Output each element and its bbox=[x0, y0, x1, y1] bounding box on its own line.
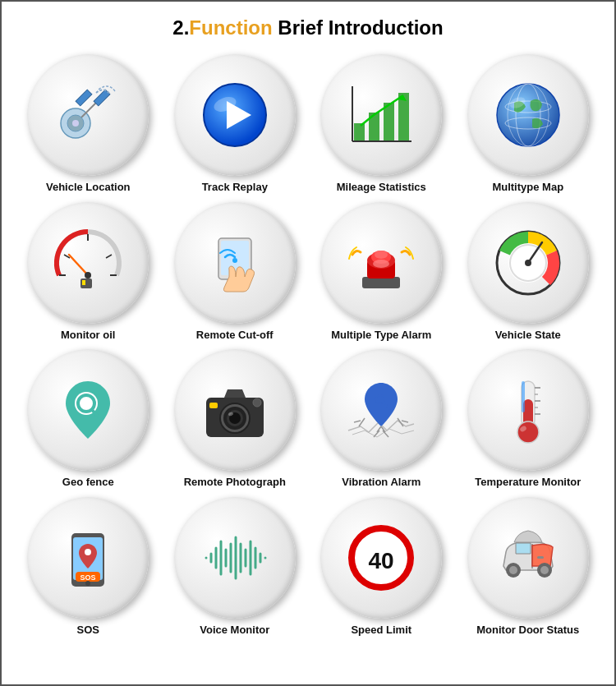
hand-tablet-icon bbox=[198, 226, 272, 300]
title-prefix: 2. bbox=[172, 16, 189, 39]
gauge-icon bbox=[491, 226, 565, 300]
title-highlight: Function bbox=[189, 16, 272, 39]
soundwave-icon bbox=[198, 521, 272, 595]
label-vehicle-location: Vehicle Location bbox=[46, 181, 131, 194]
svg-rect-32 bbox=[82, 280, 85, 285]
circle-temperature-monitor bbox=[467, 349, 589, 471]
barchart-icon bbox=[344, 78, 418, 152]
label-temperature-monitor: Temperature Monitor bbox=[475, 476, 581, 489]
label-mileage-statistics: Mileage Statistics bbox=[337, 181, 426, 194]
circle-voice-monitor bbox=[174, 497, 296, 619]
feature-geo-fence: Geo fence bbox=[16, 349, 160, 489]
feature-monitor-oil: Monitor oil bbox=[16, 202, 160, 342]
title-suffix: Brief Introduction bbox=[273, 16, 444, 39]
label-geo-fence: Geo fence bbox=[62, 476, 114, 489]
circle-remote-photograph bbox=[174, 349, 296, 471]
geofence-icon bbox=[51, 373, 125, 447]
globe-icon bbox=[491, 78, 565, 152]
svg-point-35 bbox=[232, 258, 237, 263]
feature-track-replay: Track Replay bbox=[163, 54, 307, 194]
svg-rect-96 bbox=[537, 556, 544, 559]
label-track-replay: Track Replay bbox=[202, 181, 268, 194]
camera-icon bbox=[198, 373, 272, 447]
label-monitor-door: Monitor Door Status bbox=[476, 624, 579, 637]
label-sos: SOS bbox=[77, 624, 99, 637]
features-grid: Vehicle Location bbox=[11, 54, 605, 636]
circle-speed-limit: 40 bbox=[320, 497, 442, 619]
page-title: 2.Function Brief Introduction bbox=[11, 16, 605, 39]
feature-remote-photograph: Remote Photograph bbox=[163, 349, 307, 489]
svg-point-73 bbox=[85, 549, 91, 555]
circle-track-replay bbox=[174, 54, 296, 176]
feature-temperature-monitor: Temperature Monitor bbox=[457, 349, 600, 489]
circle-multiple-type-alarm bbox=[320, 202, 442, 324]
svg-text:SOS: SOS bbox=[80, 573, 96, 582]
circle-vibration-alarm bbox=[320, 349, 442, 471]
circle-vehicle-location bbox=[27, 54, 149, 176]
label-vibration-alarm: Vibration Alarm bbox=[342, 476, 421, 489]
feature-sos: SOS SOS bbox=[16, 497, 160, 637]
speedometer-icon bbox=[51, 226, 125, 300]
feature-mileage-statistics: Mileage Statistics bbox=[310, 54, 453, 194]
satellite-icon bbox=[51, 78, 125, 152]
feature-multitype-map: Multitype Map bbox=[457, 54, 600, 194]
circle-mileage-statistics bbox=[320, 54, 442, 176]
speedlimit-icon: 40 bbox=[344, 521, 418, 595]
svg-point-40 bbox=[375, 251, 388, 259]
circle-remote-cutoff bbox=[174, 202, 296, 324]
circle-sos: SOS bbox=[27, 497, 149, 619]
label-multitype-map: Multitype Map bbox=[492, 181, 563, 194]
circle-monitor-oil bbox=[27, 202, 149, 324]
svg-point-93 bbox=[509, 566, 517, 574]
svg-point-41 bbox=[373, 260, 389, 268]
circle-monitor-door bbox=[467, 497, 589, 619]
svg-point-95 bbox=[540, 566, 549, 574]
label-voice-monitor: Voice Monitor bbox=[200, 624, 269, 637]
circle-multitype-map bbox=[467, 54, 589, 176]
sos-icon: SOS bbox=[51, 521, 125, 595]
label-remote-photograph: Remote Photograph bbox=[184, 476, 286, 489]
vibration-icon bbox=[344, 373, 418, 447]
label-vehicle-state: Vehicle State bbox=[495, 329, 561, 342]
svg-text:40: 40 bbox=[369, 548, 394, 573]
svg-point-46 bbox=[525, 260, 531, 266]
svg-rect-69 bbox=[522, 381, 525, 412]
feature-vehicle-state: Vehicle State bbox=[457, 202, 600, 342]
svg-rect-4 bbox=[76, 90, 92, 106]
svg-rect-11 bbox=[354, 123, 365, 141]
feature-speed-limit: 40 Speed Limit bbox=[310, 497, 453, 637]
page: 2.Function Brief Introduction bbox=[2, 2, 614, 646]
label-remote-cutoff: Remote Cut-off bbox=[196, 329, 274, 342]
svg-rect-36 bbox=[362, 277, 400, 288]
circle-vehicle-state bbox=[467, 202, 589, 324]
svg-point-18 bbox=[497, 84, 559, 146]
label-multiple-type-alarm: Multiple Type Alarm bbox=[331, 329, 431, 342]
svg-point-6 bbox=[72, 120, 79, 127]
door-icon bbox=[491, 521, 565, 595]
feature-vehicle-location: Vehicle Location bbox=[16, 54, 160, 194]
thermometer-icon bbox=[491, 373, 565, 447]
svg-rect-56 bbox=[209, 403, 218, 408]
label-monitor-oil: Monitor oil bbox=[61, 329, 115, 342]
svg-line-29 bbox=[69, 255, 88, 275]
feature-voice-monitor: Voice Monitor bbox=[163, 497, 307, 637]
feature-multiple-type-alarm: Multiple Type Alarm bbox=[310, 202, 453, 342]
siren-icon bbox=[344, 226, 418, 300]
svg-point-57 bbox=[253, 398, 261, 407]
svg-line-28 bbox=[106, 255, 112, 258]
play-icon bbox=[198, 78, 272, 152]
label-speed-limit: Speed Limit bbox=[351, 624, 411, 637]
feature-vibration-alarm: Vibration Alarm bbox=[310, 349, 453, 489]
feature-monitor-door: Monitor Door Status bbox=[457, 497, 600, 637]
svg-point-30 bbox=[85, 272, 91, 279]
svg-point-63 bbox=[517, 421, 539, 443]
svg-point-76 bbox=[85, 581, 90, 586]
circle-geo-fence bbox=[27, 349, 149, 471]
feature-remote-cutoff: Remote Cut-off bbox=[163, 202, 307, 342]
